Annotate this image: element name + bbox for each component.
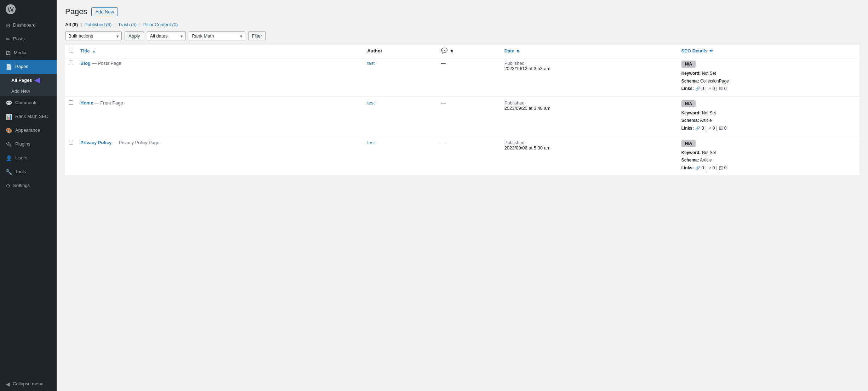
filter-trash-link[interactable]: Trash (5) <box>118 22 138 27</box>
author-link-3[interactable]: test <box>367 140 375 145</box>
filter-published-link[interactable]: Published (6) <box>85 22 113 27</box>
row-comments-2: — <box>438 96 501 136</box>
sidebar: W ⊞ Dashboard ✏ Posts 🖼 Media 📄 Pages ◀ … <box>0 0 57 391</box>
toolbar: Bulk actions Apply All dates Rank Math F… <box>65 32 860 40</box>
wordpress-logo-icon: W <box>6 4 16 14</box>
sidebar-item-dashboard[interactable]: ⊞ Dashboard <box>0 18 57 32</box>
comments-icon: 💬 <box>6 99 12 107</box>
sidebar-subitem-all-pages[interactable]: All Pages ◀ <box>0 74 57 86</box>
page-link-privacy[interactable]: Privacy Policy <box>80 140 113 145</box>
date-sort-icon: ⇅ <box>516 49 519 53</box>
apply-button[interactable]: Apply <box>125 32 144 40</box>
internal-link-icon: 🔗 <box>695 125 700 132</box>
rankmath-select[interactable]: Rank Math <box>189 32 245 40</box>
sidebar-item-rankmath[interactable]: 📊 Rank Math SEO <box>0 110 57 124</box>
sidebar-item-posts[interactable]: ✏ Posts <box>0 32 57 46</box>
sidebar-label-tools: Tools <box>15 169 26 175</box>
sidebar-label-media: Media <box>14 50 26 56</box>
seo-links-1: Links: 🔗 0 | ↗ 0 | 🖼 0 <box>681 85 856 93</box>
author-link-1[interactable]: test <box>367 61 375 66</box>
seo-links-3: Links: 🔗 0 | ↗ 0 | 🖼 0 <box>681 164 856 172</box>
seo-links-2: Links: 🔗 0 | ↗ 0 | 🖼 0 <box>681 125 856 132</box>
row-date-3: Published 2023/09/06 at 5:30 am <box>501 136 678 175</box>
th-checkbox <box>65 45 77 57</box>
author-link-2[interactable]: test <box>367 100 375 106</box>
page-link-home[interactable]: Home <box>80 100 95 106</box>
row-date-1: Published 2023/10/12 at 3:53 am <box>501 57 678 97</box>
date-status-1: Published <box>504 61 525 66</box>
svg-text:W: W <box>7 6 14 13</box>
seo-badge-2: N/A <box>681 100 696 107</box>
bulk-actions-wrapper: Bulk actions <box>65 32 122 40</box>
posts-icon: ✏ <box>6 35 10 43</box>
seo-edit-icon[interactable]: ✏ <box>709 48 713 53</box>
sidebar-label-settings: Settings <box>13 182 30 189</box>
sidebar-subitem-add-new[interactable]: Add New <box>0 86 57 96</box>
seo-keyword-1: Keyword: Not Set <box>681 70 856 78</box>
row-seo-3: N/A Keyword: Not Set Schema: Article Lin… <box>678 136 860 175</box>
sidebar-label-users: Users <box>15 155 27 161</box>
row-author-3: test <box>364 136 438 175</box>
sidebar-label-comments: Comments <box>15 100 38 106</box>
tools-icon: 🔧 <box>6 168 12 176</box>
select-all-checkbox[interactable] <box>69 48 73 52</box>
rankmath-wrapper: Rank Math <box>189 32 245 40</box>
internal-link-icon: 🔗 <box>695 85 700 92</box>
sidebar-item-pages[interactable]: 📄 Pages ◀ <box>0 60 57 74</box>
row-title-1: Blog — Posts Page <box>77 57 364 97</box>
seo-info-2: Keyword: Not Set Schema: Article Links: … <box>681 109 856 132</box>
main-content: Pages Add New All (6) | Published (6) | … <box>57 0 868 391</box>
internal-link-icon: 🔗 <box>695 165 700 172</box>
sidebar-collapse[interactable]: ◀ Collapse menu <box>0 377 57 391</box>
table-row: Privacy Policy — Privacy Policy Page tes… <box>65 136 860 175</box>
th-title[interactable]: Title ▲ <box>77 45 364 57</box>
appearance-icon: 🎨 <box>6 127 12 134</box>
table-row: Blog — Posts Page test — Published 2023/… <box>65 57 860 97</box>
filter-button[interactable]: Filter <box>248 32 266 40</box>
sidebar-item-users[interactable]: 👤 Users <box>0 151 57 165</box>
sidebar-logo: W <box>0 0 57 18</box>
row-checkbox[interactable] <box>69 61 73 65</box>
pages-arrow-icon: ◀ <box>48 64 51 69</box>
sidebar-item-settings[interactable]: ⚙ Settings <box>0 179 57 193</box>
pages-icon: 📄 <box>6 63 12 70</box>
dashboard-icon: ⊞ <box>6 22 10 29</box>
filter-all-link[interactable]: All (6) <box>65 22 79 27</box>
collapse-icon: ◀ <box>6 380 10 388</box>
title-sort-icon: ▲ <box>92 49 96 53</box>
row-title-3: Privacy Policy — Privacy Policy Page <box>77 136 364 175</box>
seo-schema-2: Schema: Article <box>681 117 856 125</box>
bulk-actions-select[interactable]: Bulk actions <box>65 32 122 40</box>
row-author-1: test <box>364 57 438 97</box>
sidebar-label-pages: Pages <box>15 63 28 70</box>
all-pages-label: All Pages <box>11 78 32 83</box>
row-checkbox[interactable] <box>69 140 73 144</box>
page-link-blog[interactable]: Blog <box>80 61 92 66</box>
filter-pillar-link[interactable]: Pillar Content (0) <box>143 22 178 27</box>
seo-info-1: Keyword: Not Set Schema: CollectionPage … <box>681 70 856 93</box>
image-link-icon: 🖼 <box>719 125 723 132</box>
seo-schema-1: Schema: CollectionPage <box>681 78 856 85</box>
sidebar-item-comments[interactable]: 💬 Comments <box>0 96 57 110</box>
external-link-icon: ↗ <box>708 165 711 172</box>
sidebar-item-plugins[interactable]: 🔌 Plugins <box>0 137 57 151</box>
row-checkbox[interactable] <box>69 100 73 105</box>
th-date[interactable]: Date ⇅ <box>501 45 678 57</box>
pages-subitems: All Pages ◀ Add New <box>0 74 57 96</box>
image-link-icon: 🖼 <box>719 85 723 92</box>
page-sub-blog: — Posts Page <box>92 61 121 66</box>
row-title-2: Home — Front Page <box>77 96 364 136</box>
sidebar-item-media[interactable]: 🖼 Media <box>0 46 57 60</box>
date-value-1: 2023/10/12 at 3:53 am <box>504 66 550 71</box>
sidebar-item-appearance[interactable]: 🎨 Appearance <box>0 124 57 137</box>
row-author-2: test <box>364 96 438 136</box>
add-new-button[interactable]: Add New <box>91 7 118 16</box>
collapse-label: Collapse menu <box>13 381 44 387</box>
date-value-2: 2023/09/20 at 3:48 am <box>504 106 550 111</box>
seo-info-3: Keyword: Not Set Schema: Article Links: … <box>681 149 856 172</box>
dates-select[interactable]: All dates <box>147 32 186 40</box>
comments-sort-icon: ⇅ <box>450 49 453 53</box>
sidebar-item-tools[interactable]: 🔧 Tools <box>0 165 57 179</box>
seo-keyword-2: Keyword: Not Set <box>681 109 856 117</box>
pages-table: Title ▲ Author 💬 ⇅ Date ⇅ <box>65 45 860 175</box>
